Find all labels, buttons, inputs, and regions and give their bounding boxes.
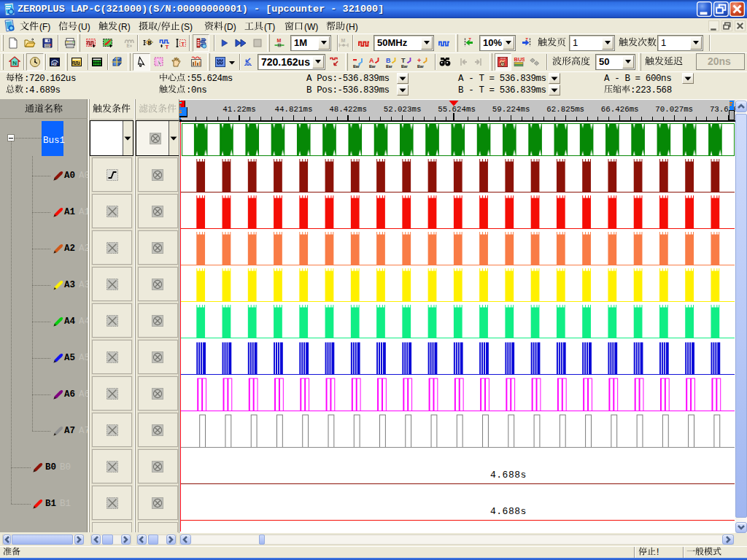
svg-text:T: T — [469, 37, 472, 42]
svg-text:59.224ms: 59.224ms — [492, 105, 530, 114]
svg-text:41.22ms: 41.22ms — [222, 105, 255, 114]
svg-text:Bar: Bar — [386, 64, 392, 69]
svg-text:66.426ms: 66.426ms — [601, 105, 639, 114]
svg-text:Bar: Bar — [417, 64, 424, 69]
svg-text:A: A — [369, 57, 374, 64]
svg-text:T: T — [181, 41, 185, 47]
svg-text:N: N — [12, 60, 17, 66]
svg-text:T: T — [401, 57, 406, 64]
svg-text:48.422ms: 48.422ms — [329, 105, 367, 114]
svg-text:T: T — [166, 44, 169, 50]
svg-text:70.027ms: 70.027ms — [655, 105, 693, 114]
svg-text:62.825ms: 62.825ms — [546, 105, 584, 114]
svg-text:E: E — [127, 43, 131, 48]
svg-text:M: M — [277, 38, 282, 43]
svg-text:B: B — [386, 57, 391, 64]
svg-text:44.821ms: 44.821ms — [275, 105, 313, 114]
svg-text:55.624ms: 55.624ms — [438, 105, 476, 114]
svg-text:BUS: BUS — [514, 56, 525, 63]
svg-text:T: T — [526, 37, 529, 42]
svg-text:M: M — [341, 38, 346, 43]
svg-text:Bar: Bar — [369, 64, 376, 69]
svg-text:52.023ms: 52.023ms — [384, 105, 422, 114]
svg-text:4.688s: 4.688s — [490, 506, 527, 517]
svg-text:Bar: Bar — [353, 64, 360, 69]
svg-text:H2: H2 — [51, 62, 57, 66]
svg-text:+: + — [417, 57, 421, 64]
svg-text:B: B — [148, 40, 152, 45]
svg-text:Bar: Bar — [401, 64, 408, 69]
svg-text:4.688s: 4.688s — [490, 470, 527, 481]
